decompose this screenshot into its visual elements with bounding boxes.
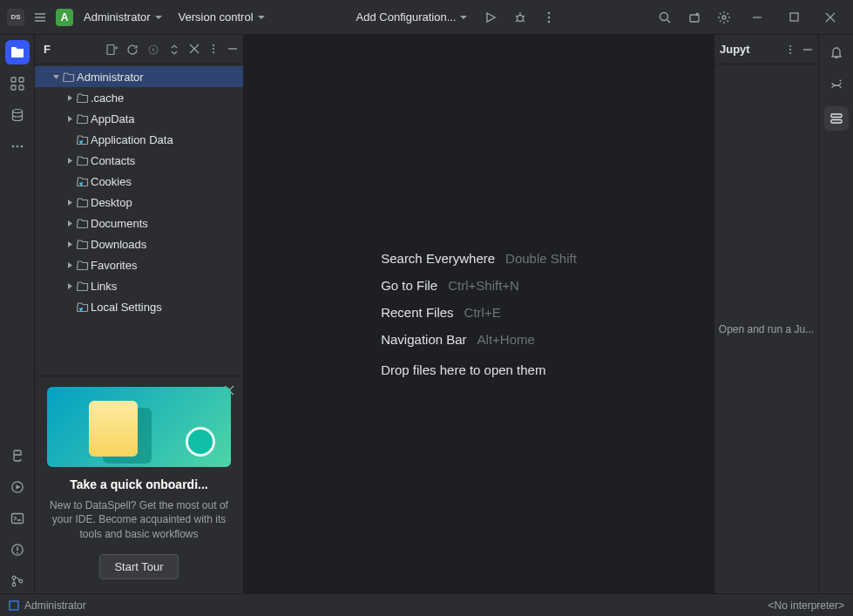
tree-row[interactable]: Application Data <box>35 129 243 150</box>
hint-shortcut: Alt+Home <box>477 332 535 347</box>
hint-label: Search Everywhere <box>381 251 495 266</box>
hint-label: Navigation Bar <box>381 332 466 347</box>
svg-point-20 <box>12 576 16 579</box>
panel-more-icon[interactable] <box>785 44 795 55</box>
chevron-right-icon[interactable] <box>64 261 75 269</box>
svg-point-3 <box>548 20 551 23</box>
status-project-name[interactable]: Administrator <box>24 599 86 612</box>
panel-minimize-icon[interactable] <box>227 44 238 56</box>
start-tour-button[interactable]: Start Tour <box>99 554 178 579</box>
tree-row[interactable]: Contacts <box>35 150 243 171</box>
jupyter-server-icon[interactable] <box>824 73 849 98</box>
jupyter-variables-icon[interactable] <box>824 106 849 131</box>
project-tool-icon[interactable] <box>5 40 30 64</box>
panel-minimize-icon[interactable] <box>802 44 813 55</box>
updates-icon[interactable] <box>682 5 707 30</box>
right-panel: Jupyt Open and run a Ju... <box>714 35 818 593</box>
tree-label: Downloads <box>91 238 146 251</box>
run-config-label: Add Configuration... <box>356 10 457 24</box>
tree-row[interactable]: AppData <box>35 108 243 129</box>
tree-row[interactable]: .cache <box>35 87 243 108</box>
target-icon[interactable] <box>147 44 159 56</box>
more-tools-icon[interactable] <box>5 134 30 159</box>
settings-icon[interactable] <box>712 5 736 30</box>
run-tool-icon[interactable] <box>5 475 30 499</box>
svg-rect-17 <box>11 514 23 524</box>
close-panel-icon[interactable] <box>189 44 200 56</box>
onboarding-title: Take a quick onboardi... <box>47 477 231 491</box>
chevron-right-icon[interactable] <box>64 94 75 102</box>
folder-icon <box>75 91 91 104</box>
vcs-label: Version control <box>179 10 254 24</box>
structure-tool-icon[interactable] <box>5 71 30 96</box>
chevron-right-icon[interactable] <box>64 157 75 165</box>
tree-row[interactable]: Cookies <box>35 171 243 192</box>
editor-hint[interactable]: Search EverywhereDouble Shift <box>381 251 577 266</box>
window-close[interactable] <box>815 5 846 30</box>
notifications-icon[interactable] <box>824 40 849 64</box>
chevron-right-icon[interactable] <box>64 199 75 206</box>
tree-label: Documents <box>91 217 148 230</box>
problems-tool-icon[interactable] <box>5 538 30 562</box>
main-menu-icon[interactable] <box>30 7 51 28</box>
tree-row[interactable]: Links <box>35 275 243 296</box>
svg-point-21 <box>12 583 16 586</box>
svg-rect-10 <box>11 85 16 90</box>
debug-icon[interactable] <box>508 5 532 30</box>
refresh-icon[interactable] <box>126 44 139 56</box>
folder-shortcut-icon <box>75 133 91 146</box>
project-tree[interactable]: Administrator.cacheAppDataApplication Da… <box>35 64 243 376</box>
folder-shortcut-icon <box>75 301 91 313</box>
chevron-right-icon[interactable] <box>64 220 75 227</box>
search-icon[interactable] <box>653 5 677 30</box>
more-icon[interactable] <box>538 6 560 29</box>
editor-hint[interactable]: Recent FilesCtrl+E <box>381 305 577 320</box>
project-name: Administrator <box>84 10 151 24</box>
tree-label: Links <box>91 280 117 293</box>
folder-icon <box>75 196 91 208</box>
editor-hint[interactable]: Navigation BarAlt+Home <box>381 332 577 347</box>
tree-row[interactable]: Favorites <box>35 254 243 275</box>
svg-point-1 <box>548 11 551 14</box>
expand-collapse-icon[interactable] <box>168 44 180 56</box>
folder-icon <box>75 238 91 250</box>
window-minimize[interactable] <box>741 5 773 30</box>
svg-rect-34 <box>831 120 842 124</box>
tree-row[interactable]: Downloads <box>35 234 243 254</box>
chevron-right-icon[interactable] <box>64 240 75 248</box>
svg-point-19 <box>17 552 18 554</box>
tree-label: Desktop <box>91 196 132 209</box>
svg-point-6 <box>722 16 726 19</box>
svg-point-13 <box>11 146 14 148</box>
editor-hint[interactable]: Go to FileCtrl+Shift+N <box>381 278 577 293</box>
run-config-dropdown[interactable]: Add Configuration... <box>351 7 474 27</box>
tree-label: Favorites <box>91 259 137 272</box>
chevron-down-icon <box>459 13 468 22</box>
chevron-right-icon[interactable] <box>64 282 75 290</box>
vcs-dropdown[interactable]: Version control <box>173 7 271 27</box>
chevron-down-icon[interactable] <box>51 73 61 81</box>
python-console-icon[interactable] <box>5 443 30 468</box>
project-dropdown[interactable]: Administrator <box>78 7 168 27</box>
panel-more-icon[interactable] <box>208 44 219 56</box>
tree-row[interactable]: Desktop <box>35 192 243 213</box>
tree-row[interactable]: Administrator <box>35 66 243 87</box>
right-panel-body: Open and run a Ju... <box>714 64 818 593</box>
window-maximize[interactable] <box>778 5 809 30</box>
right-panel-title: Jupyt <box>720 43 750 56</box>
terminal-tool-icon[interactable] <box>5 506 30 531</box>
chevron-right-icon[interactable] <box>64 115 75 123</box>
status-interpreter[interactable]: <No interpreter> <box>768 599 844 612</box>
database-tool-icon[interactable] <box>5 103 30 127</box>
hint-shortcut: Ctrl+Shift+N <box>448 278 519 293</box>
svg-rect-23 <box>107 44 114 54</box>
svg-rect-33 <box>831 114 842 118</box>
tree-row[interactable]: Local Settings <box>35 296 243 317</box>
new-file-icon[interactable] <box>105 44 118 56</box>
run-icon[interactable] <box>478 5 503 30</box>
editor-area[interactable]: Search EverywhereDouble ShiftGo to FileC… <box>244 35 714 593</box>
vcs-tool-icon[interactable] <box>5 569 30 593</box>
project-panel: F Administrator.cacheAppDataApplication … <box>35 35 244 593</box>
tree-row[interactable]: Documents <box>35 213 243 234</box>
svg-point-22 <box>19 579 23 583</box>
